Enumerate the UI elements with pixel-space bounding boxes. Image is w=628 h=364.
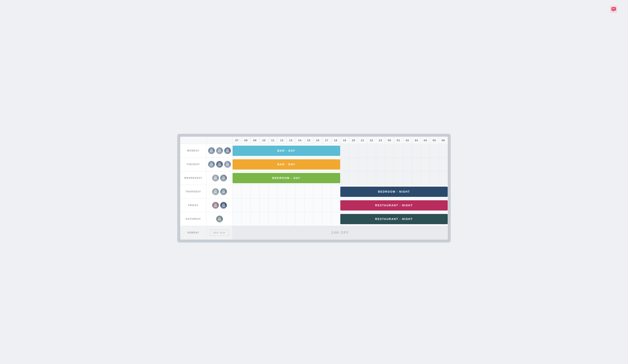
th-14: 14 [295, 137, 304, 144]
hour-cell [259, 198, 268, 212]
bar-label-friday: RESTAURANT - NIGHT [340, 200, 448, 211]
hour-cell [358, 158, 367, 171]
hour-cell [322, 198, 331, 212]
svg-rect-1 [612, 8, 613, 9]
avatar [220, 188, 227, 195]
hour-cell [403, 144, 412, 158]
cast-cell-thursday [206, 185, 233, 198]
hour-cell [358, 171, 367, 185]
avatar [220, 202, 227, 209]
hour-cell [376, 158, 385, 171]
th-11: 11 [268, 137, 277, 144]
th-05: 05 [430, 137, 439, 144]
hour-cell [313, 185, 322, 198]
hour-cell [358, 144, 367, 158]
avatar [216, 147, 223, 154]
hour-cell [385, 144, 394, 158]
row-tuesday: TUESDAYBAR - DAY [180, 158, 448, 171]
hour-cell [367, 144, 376, 158]
th-17: 17 [322, 137, 331, 144]
hour-cell [304, 212, 314, 226]
hour-cell [412, 144, 421, 158]
hour-cell [349, 144, 358, 158]
hour-cell [250, 185, 259, 198]
hour-cell [340, 171, 349, 185]
day-label-sunday: SUNDAY [180, 226, 206, 240]
hour-cell [322, 185, 331, 198]
bar-monday: BAR - DAY [233, 144, 340, 158]
hour-cell [394, 158, 403, 171]
off-24h-text: 24H OFF [233, 231, 448, 235]
hour-cell [340, 158, 349, 171]
schedule-container: 07 08 09 10 11 12 13 14 15 16 17 18 19 2… [177, 134, 451, 243]
th-12: 12 [277, 137, 286, 144]
bar-label-saturday: RESTAURANT - NIGHT [340, 214, 448, 224]
cast-cell-saturday [206, 212, 233, 226]
cast-cell-wednesday [206, 171, 233, 185]
row-wednesday: WEDNESDAYBEDROOM - DAY [180, 171, 448, 185]
th-16: 16 [313, 137, 322, 144]
hour-cell [376, 171, 385, 185]
hour-cell [421, 144, 430, 158]
th-04: 04 [421, 137, 430, 144]
hour-cell [259, 212, 268, 226]
row-saturday: SATURDAYRESTAURANT - NIGHT [180, 212, 448, 226]
svg-rect-2 [613, 8, 614, 9]
hour-cell [412, 158, 421, 171]
th-15: 15 [304, 137, 314, 144]
th-10: 10 [259, 137, 268, 144]
hour-cell [233, 185, 242, 198]
hour-cell [439, 158, 448, 171]
schedule-table: 07 08 09 10 11 12 13 14 15 16 17 18 19 2… [180, 137, 448, 240]
day-label-friday: FRIDAY [180, 198, 206, 212]
bar-wednesday: BEDROOM - DAY [233, 171, 340, 185]
bar-label-monday: BAR - DAY [233, 146, 340, 156]
day-label-wednesday: WEDNESDAY [180, 171, 206, 185]
avatar [216, 215, 223, 223]
hour-cell [367, 158, 376, 171]
hour-cell [304, 198, 314, 212]
hour-cell [385, 158, 394, 171]
hour-cell [403, 171, 412, 185]
hour-cell [367, 171, 376, 185]
th-18: 18 [331, 137, 340, 144]
th-06: 06 [439, 137, 448, 144]
bar-tuesday: BAR - DAY [233, 158, 340, 171]
hour-cell [430, 144, 439, 158]
hour-cell [268, 212, 277, 226]
hour-cell [403, 158, 412, 171]
hour-cell [295, 198, 304, 212]
hour-cell [394, 171, 403, 185]
hour-cell [233, 212, 242, 226]
th-19: 19 [340, 137, 349, 144]
logo [610, 6, 618, 13]
row-monday: MONDAYBAR - DAY [180, 144, 448, 158]
th-03: 03 [412, 137, 421, 144]
th-21: 21 [358, 137, 367, 144]
cast-cell-tuesday [206, 158, 233, 171]
avatar [208, 161, 215, 168]
hour-cell [268, 185, 277, 198]
hour-cell [313, 198, 322, 212]
th-22: 22 [367, 137, 376, 144]
row-friday: FRIDAYRESTAURANT - NIGHT [180, 198, 448, 212]
th-01: 01 [394, 137, 403, 144]
svg-rect-3 [614, 8, 615, 9]
hour-cell [349, 171, 358, 185]
hour-cell [286, 198, 295, 212]
avatar [212, 202, 219, 209]
th-07: 07 [233, 137, 242, 144]
row-sunday: SUNDAYOFF DAY24H OFF [180, 226, 448, 240]
hour-cell [250, 212, 259, 226]
hour-cell [277, 185, 286, 198]
hour-cell [322, 212, 331, 226]
bar-label-tuesday: BAR - DAY [233, 159, 340, 170]
hour-cell [241, 198, 250, 212]
hour-cell [331, 212, 340, 226]
bar-saturday: RESTAURANT - NIGHT [340, 212, 448, 226]
hour-cell [241, 212, 250, 226]
cast-cell-monday [206, 144, 233, 158]
off-day-label: OFF DAY [210, 230, 229, 236]
avatar [208, 147, 215, 154]
th-cast [206, 137, 233, 144]
